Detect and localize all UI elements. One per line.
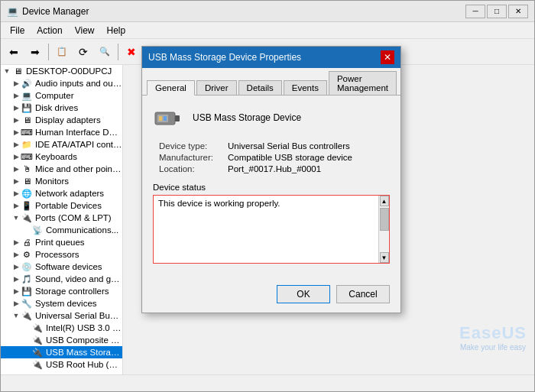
expand-icon[interactable]: ▶ [11,140,21,149]
expand-icon[interactable]: ▶ [11,128,21,137]
properties-button[interactable]: 📋 [52,42,72,62]
expand-icon[interactable]: ▶ [11,262,21,271]
device-name: USB Mass Storage Device [193,112,301,123]
portable-devices-item[interactable]: ▶ 📱 Portable Devices [1,199,122,212]
sound-icon: 🎵 [21,274,33,284]
tree-root-label: DESKTOP-O0DUPCJ [26,66,112,76]
list-item[interactable]: ▶ 💻 Computer [1,89,122,102]
expand-icon[interactable]: ▶ [11,79,21,88]
delete-button[interactable]: ✖ [122,42,141,62]
expand-icon[interactable]: ▶ [11,287,21,296]
list-item[interactable]: ▶ ⌨ Human Interface Dev... [1,126,122,138]
device-status-text: This device is working properly. [158,199,280,208]
manufacturer-row: Manufacturer: Compatible USB storage dev… [159,153,390,162]
list-item[interactable]: ▶ 🔌 USB Root Hub (US... [1,358,122,371]
list-item[interactable]: ▶ 🔌 USB Composite D... [1,334,122,346]
menu-view[interactable]: View [69,24,101,37]
device-type-label: Device type: [159,141,228,151]
tab-general[interactable]: General [147,80,195,96]
list-item[interactable]: ▶ 🔊 Audio inputs and outputs [1,77,122,89]
expand-icon[interactable]: ▶ [11,201,21,210]
toolbar-separator-1 [48,44,49,60]
usb-root-icon: 🔌 [31,359,44,370]
watermark-subtitle: Make your life easy [459,343,527,352]
back-button[interactable]: ⬅ [4,42,24,62]
expand-icon[interactable]: ▶ [11,250,21,259]
window-title: Device Manager [22,6,465,17]
list-item[interactable]: ▶ 🖥 Display adapters [1,114,122,126]
scan-button[interactable]: 🔍 [95,42,115,62]
list-item[interactable]: ▶ ⚙ Processors [1,248,122,261]
device-status-label: Device status [153,183,390,192]
list-item[interactable]: ▶ 🖱 Mice and other pointi... [1,163,122,175]
menu-action[interactable]: Action [31,24,68,37]
expand-icon[interactable]: ▼ [11,213,21,222]
list-item[interactable]: ▶ 🖨 Print queues [1,236,122,248]
expand-icon[interactable]: ▶ [11,299,21,308]
dialog-buttons: OK Cancel [142,280,400,313]
display-icon: 🖥 [21,115,33,125]
expand-icon[interactable]: ▶ [11,189,21,198]
dialog-tab-bar: General Driver Details Events Power Mana… [142,68,400,96]
menu-help[interactable]: Help [101,24,132,37]
watermark: EaseUS Make your life easy [459,323,527,352]
system-icon: 🔧 [21,298,33,309]
tree-item-label: Audio inputs and outputs [35,79,122,88]
list-item[interactable]: ▶ 🎵 Sound, video and gar... [1,273,122,285]
menu-file[interactable]: File [4,24,31,37]
tab-details[interactable]: Details [238,80,282,95]
expand-icon[interactable]: ▶ [11,238,21,247]
list-item[interactable]: ▶ 🔌 Intel(R) USB 3.0 eX... [1,322,122,334]
refresh-button[interactable]: ⟳ [73,42,93,62]
tree-item-label: Software devices [35,262,102,271]
tree-root[interactable]: ▼ 🖥 DESKTOP-O0DUPCJ [1,65,122,77]
dialog-close-button[interactable]: ✕ [381,50,394,64]
close-button[interactable]: ✕ [508,5,528,18]
restore-button[interactable]: □ [487,5,507,18]
tree-item-label: Mice and other pointi... [35,164,122,173]
tree-item-label: Communications... [46,225,118,235]
tab-driver[interactable]: Driver [196,80,237,95]
list-item[interactable]: ▶ ⌨ Keyboards [1,151,122,163]
expand-icon[interactable]: ▶ [11,115,21,125]
expand-icon[interactable]: ▶ [11,103,21,112]
scroll-up-arrow[interactable]: ▲ [380,196,389,206]
ok-button[interactable]: OK [277,285,330,303]
usb-controllers-item[interactable]: ▼ 🔌 Universal Serial Bus c... [1,309,122,322]
storage-icon: 💾 [21,286,33,296]
expand-icon[interactable]: ▶ [11,177,21,186]
dialog-window: USB Mass Storage Device Properties ✕ Gen… [141,46,401,313]
status-scrollbar[interactable]: ▲ ▼ [378,196,389,263]
device-icon [153,105,183,131]
tab-events[interactable]: Events [284,80,327,95]
list-item[interactable]: ▶ 🌐 Network adapters [1,187,122,199]
cancel-button[interactable]: Cancel [336,285,390,303]
location-label: Location: [159,164,228,173]
tab-power-management[interactable]: Power Management [329,71,397,95]
usb-mass-storage-item[interactable]: ▶ 🔌 USB Mass Storage... [1,346,122,358]
list-item[interactable]: ▶ 📡 Communications... [1,224,122,236]
list-item[interactable]: ▶ 🔧 System devices [1,297,122,309]
watermark-title: EaseUS [459,323,527,343]
root-toggle[interactable]: ▼ [2,66,11,76]
tree-item-label: Processors [35,250,79,259]
list-item[interactable]: ▶ 💿 Software devices [1,261,122,273]
list-item[interactable]: ▶ 📁 IDE ATA/ATAPI contro... [1,138,122,151]
scroll-down-arrow[interactable]: ▼ [380,252,389,263]
portable-icon: 📱 [21,200,33,211]
forward-button[interactable]: ➡ [25,42,45,62]
expand-icon[interactable]: ▶ [11,164,21,173]
list-item[interactable]: ▶ 💾 Disk drives [1,102,122,114]
list-item[interactable]: ▼ 🔌 Ports (COM & LPT) [1,212,122,224]
list-item[interactable]: ▶ 🖥 Monitors [1,175,122,187]
expand-icon[interactable]: ▶ [11,274,21,283]
expand-icon[interactable]: ▼ [11,311,21,320]
window-icon: 💻 [7,6,18,17]
expand-icon[interactable]: ▶ [11,91,21,100]
scroll-thumb[interactable] [380,208,389,231]
expand-icon[interactable]: ▶ [11,152,21,161]
tree-item-label: Storage controllers [35,287,109,296]
minimize-button[interactable]: ─ [465,5,485,18]
usb-device-svg [154,106,183,129]
list-item[interactable]: ▶ 💾 Storage controllers [1,285,122,297]
